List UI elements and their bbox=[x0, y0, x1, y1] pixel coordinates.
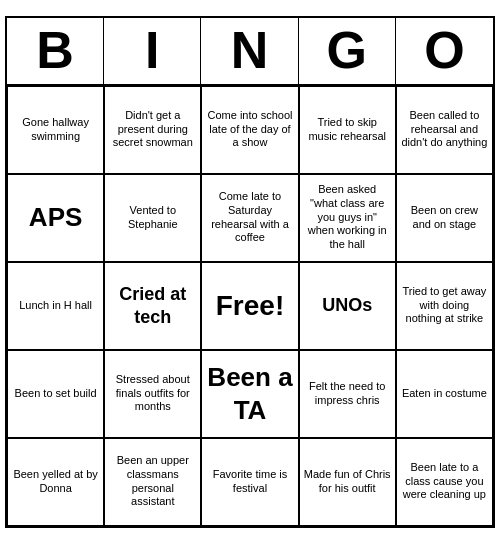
bingo-cell-17: Been a TA bbox=[201, 350, 298, 438]
bingo-cell-4: Been called to rehearsal and didn't do a… bbox=[396, 86, 493, 174]
bingo-cell-18: Felt the need to impress chris bbox=[299, 350, 396, 438]
bingo-cell-24: Been late to a class cause you were clea… bbox=[396, 438, 493, 526]
bingo-cell-13: UNOs bbox=[299, 262, 396, 350]
bingo-cell-1: Didn't get a present during secret snowm… bbox=[104, 86, 201, 174]
bingo-card: BINGO Gone hallway swimmingDidn't get a … bbox=[5, 16, 495, 527]
bingo-cell-3: Tried to skip music rehearsal bbox=[299, 86, 396, 174]
bingo-cell-19: Eaten in costume bbox=[396, 350, 493, 438]
header-letter-G: G bbox=[299, 18, 396, 83]
bingo-cell-21: Been an upper classmans personal assista… bbox=[104, 438, 201, 526]
bingo-cell-6: Vented to Stephanie bbox=[104, 174, 201, 262]
header-letter-N: N bbox=[201, 18, 298, 83]
bingo-grid: Gone hallway swimmingDidn't get a presen… bbox=[7, 86, 493, 526]
bingo-header: BINGO bbox=[7, 18, 493, 85]
bingo-cell-9: Been on crew and on stage bbox=[396, 174, 493, 262]
bingo-cell-7: Come late to Saturday rehearsal with a c… bbox=[201, 174, 298, 262]
header-letter-B: B bbox=[7, 18, 104, 83]
bingo-cell-12: Free! bbox=[201, 262, 298, 350]
bingo-cell-2: Come into school late of the day of a sh… bbox=[201, 86, 298, 174]
bingo-cell-10: Lunch in H hall bbox=[7, 262, 104, 350]
bingo-cell-23: Made fun of Chris for his outfit bbox=[299, 438, 396, 526]
bingo-cell-14: Tried to get away with doing nothing at … bbox=[396, 262, 493, 350]
bingo-cell-8: Been asked "what class are you guys in" … bbox=[299, 174, 396, 262]
bingo-cell-22: Favorite time is festival bbox=[201, 438, 298, 526]
bingo-cell-15: Been to set build bbox=[7, 350, 104, 438]
bingo-cell-16: Stressed about finals outfits for months bbox=[104, 350, 201, 438]
header-letter-O: O bbox=[396, 18, 493, 83]
header-letter-I: I bbox=[104, 18, 201, 83]
bingo-cell-11: Cried at tech bbox=[104, 262, 201, 350]
bingo-cell-0: Gone hallway swimming bbox=[7, 86, 104, 174]
bingo-cell-20: Been yelled at by Donna bbox=[7, 438, 104, 526]
bingo-cell-5: APS bbox=[7, 174, 104, 262]
